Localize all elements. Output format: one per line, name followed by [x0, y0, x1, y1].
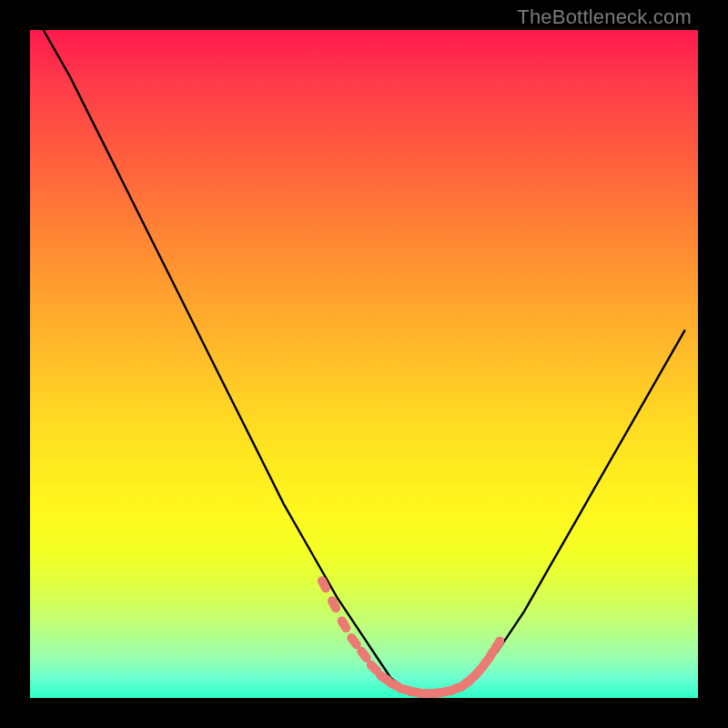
gradient-plot-area: [30, 30, 698, 698]
chart-frame: TheBottleneck.com: [0, 0, 728, 728]
watermark-text: TheBottleneck.com: [517, 5, 692, 29]
